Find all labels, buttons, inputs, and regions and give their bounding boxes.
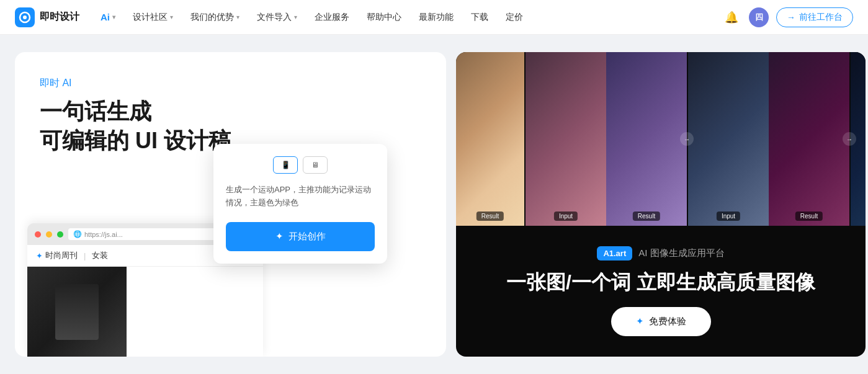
image-cell-santa: Result: [456, 52, 524, 226]
navbar: 即时设计 Ai ▾ 设计社区 ▾ 我们的优势 ▾ 文件导入 ▾ 企业服务 帮助中…: [0, 0, 868, 35]
nav-item-download[interactable]: 下载: [465, 8, 494, 27]
browser-maximize-dot: [57, 231, 63, 238]
nav-item-import[interactable]: 文件导入 ▾: [251, 8, 303, 27]
nav-features-label: 最新功能: [419, 12, 454, 23]
browser-image-area: [27, 267, 263, 357]
right-subtitle: AI 图像生成应用平台: [638, 247, 724, 259]
nav-enterprise-label: 企业服务: [315, 12, 349, 23]
nav-item-features[interactable]: 最新功能: [413, 8, 460, 27]
main-content: 即时 AI 一句话生成 可编辑的 UI 设计稿 🌐 https://js.ai.…: [0, 35, 868, 374]
image-group-2: Input → Result: [526, 52, 688, 226]
image-label-result3: Result: [795, 211, 823, 221]
browser-img-left: [27, 267, 127, 357]
chevron-down-icon: ▾: [170, 14, 173, 20]
image-label-input1: Input: [554, 211, 578, 221]
right-tag-row: A1.art AI 图像生成应用平台: [597, 246, 724, 260]
start-creation-button[interactable]: ✦ 开始创作: [226, 222, 375, 251]
star-icon: ✦: [36, 251, 43, 260]
notification-bell-icon[interactable]: 🔔: [722, 7, 741, 27]
browser-minimize-dot: [46, 231, 52, 238]
cta-btn-label: 免费体验: [649, 316, 686, 327]
nav-item-pricing[interactable]: 定价: [499, 8, 529, 27]
browser-img-right: [127, 267, 263, 357]
ai-creation-card: 📱 🖥 生成一个运动APP，主推功能为记录运动情况，主题色为绿色 ✦ 开始创作: [213, 144, 387, 264]
image-cell-woman3: Result: [769, 52, 849, 226]
device-toggle: 📱 🖥: [226, 156, 375, 174]
chevron-down-icon: ▾: [112, 14, 115, 20]
free-trial-button[interactable]: ✦ 免费体验: [611, 307, 711, 336]
images-strip: Result Input → Result Input: [456, 52, 866, 226]
nav-pricing-label: 定价: [506, 12, 523, 23]
svg-point-2: [23, 16, 27, 19]
right-bottom: A1.art AI 图像生成应用平台 一张图/一个词 立即生成高质量图像 ✦ 免…: [456, 226, 866, 357]
creation-btn-label: 开始创作: [289, 231, 326, 243]
image-label-input2: Input: [717, 211, 740, 221]
nav-community-label: 设计社区: [133, 12, 168, 23]
avatar[interactable]: 四: [749, 7, 769, 27]
image-cell-woman1: Input: [526, 52, 606, 226]
chevron-down-icon: ▾: [236, 14, 239, 20]
nav-item-enterprise[interactable]: 企业服务: [308, 8, 356, 27]
globe-icon: 🌐: [73, 230, 82, 238]
nav-item-community[interactable]: 设计社区 ▾: [127, 8, 179, 27]
nav-item-help[interactable]: 帮助中心: [360, 8, 408, 27]
image-cell-3dgirl: Result: [606, 52, 687, 226]
image-label-result2: Result: [633, 211, 660, 221]
arrow-icon-2: →: [843, 132, 856, 146]
left-tag: 即时 AI: [40, 77, 421, 90]
image-group-3: Input → Result: [688, 52, 851, 226]
logo[interactable]: 即时设计: [15, 7, 79, 27]
nav-item-ai[interactable]: Ai ▾: [94, 8, 122, 26]
nav-right-area: 🔔 四 → 前往工作台: [722, 7, 853, 27]
chevron-down-icon: ▾: [294, 14, 297, 20]
logo-text: 即时设计: [40, 11, 79, 24]
browser-close-dot: [35, 231, 41, 238]
right-title: 一张图/一个词 立即生成高质量图像: [506, 270, 815, 294]
creation-sparkle-icon: ✦: [275, 231, 284, 242]
desktop-icon[interactable]: 🖥: [303, 156, 328, 174]
right-panel: Result Input → Result Input: [456, 52, 866, 357]
nav-advantage-label: 我们的优势: [190, 12, 234, 23]
mobile-icon[interactable]: 📱: [273, 156, 298, 174]
image-label-result1: Result: [477, 211, 504, 221]
card-description: 生成一个运动APP，主推功能为记录运动情况，主题色为绿色: [226, 184, 375, 210]
nav-item-advantage[interactable]: 我们的优势 ▾: [184, 8, 246, 27]
image-cell-woman2: Input: [688, 52, 769, 226]
browser-nav-item1: ✦ 时尚周刊: [36, 250, 78, 261]
goto-label: 前往工作台: [799, 12, 843, 23]
browser-nav-label1: 时尚周刊: [45, 250, 78, 261]
image-group-1: Result: [456, 52, 526, 226]
nav-import-label: 文件导入: [257, 12, 292, 23]
goto-arrow-icon: →: [787, 12, 795, 22]
arrow-icon-1: →: [680, 132, 694, 146]
url-text: https://js.ai...: [84, 231, 123, 238]
nav-ai-label: Ai: [101, 12, 110, 22]
goto-workspace-button[interactable]: → 前往工作台: [776, 7, 853, 27]
left-title-line1: 一句话生成: [40, 99, 151, 124]
left-title-line2: 可编辑的 UI 设计稿: [40, 128, 231, 153]
right-badge: A1.art: [597, 246, 632, 260]
browser-nav-label2: 女装: [92, 250, 108, 261]
cta-sparkle-icon: ✦: [636, 316, 644, 327]
nav-download-label: 下载: [471, 12, 488, 23]
left-panel: 即时 AI 一句话生成 可编辑的 UI 设计稿 🌐 https://js.ai.…: [15, 52, 446, 357]
browser-nav-item2: 女装: [92, 250, 108, 261]
logo-icon: [15, 7, 35, 27]
nav-help-label: 帮助中心: [367, 12, 401, 23]
